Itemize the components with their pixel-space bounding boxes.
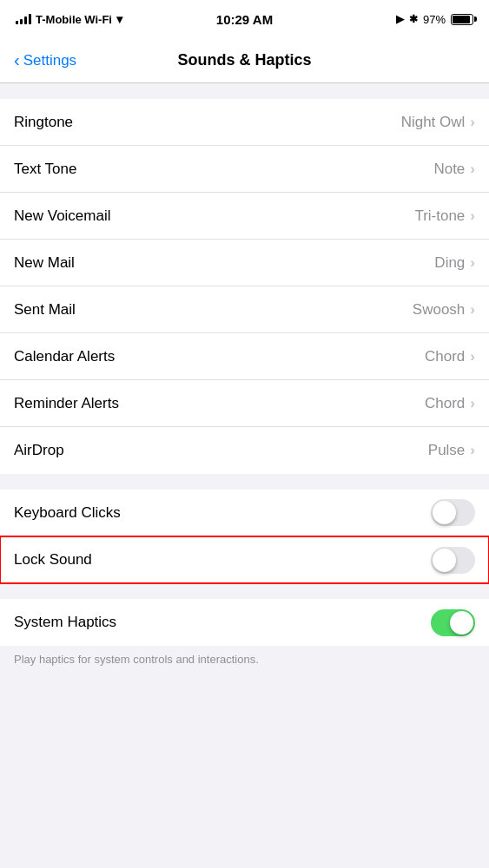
system-haptics-group: System Haptics [0, 599, 489, 646]
toggle-row-keyboard-clicks: Keyboard Clicks [0, 490, 489, 536]
keyboard-clicks-thumb [433, 501, 456, 524]
sound-row-value-wrapper: Swoosh › [413, 301, 475, 319]
chevron-right-icon: › [470, 254, 475, 272]
sound-row-sent-mail[interactable]: Sent Mail Swoosh › [0, 286, 489, 333]
lock-sound-thumb [433, 549, 456, 572]
sound-row-label: Text Tone [14, 161, 76, 178]
system-haptics-row: System Haptics [0, 599, 489, 646]
sound-row-airdrop[interactable]: AirDrop Pulse › [0, 427, 489, 474]
location-icon: ▶ [396, 13, 404, 25]
sound-row-value: Swoosh [413, 301, 465, 319]
sound-row-value-wrapper: Night Owl › [401, 114, 475, 131]
sound-row-value-wrapper: Chord › [425, 395, 475, 412]
sound-row-value: Note [433, 161, 465, 178]
section-separator-haptics [0, 583, 489, 599]
bluetooth-icon: ✱ [409, 13, 418, 25]
lock-sound-toggle[interactable] [431, 547, 475, 574]
section-separator-top [0, 83, 489, 99]
toggle-row-label: Keyboard Clicks [14, 504, 121, 522]
sound-row-label: Sent Mail [14, 301, 76, 319]
sound-row-value-wrapper: Note › [433, 161, 475, 178]
status-right: ▶ ✱ 97% [396, 13, 473, 26]
chevron-right-icon: › [470, 207, 475, 225]
sound-row-label: Reminder Alerts [14, 395, 119, 412]
sound-row-calendar-alerts[interactable]: Calendar Alerts Chord › [0, 333, 489, 380]
signal-icon [16, 14, 31, 24]
sound-settings-group: Ringtone Night Owl › Text Tone Note › Ne… [0, 99, 489, 474]
system-haptics-label: System Haptics [14, 614, 116, 631]
toggle-settings-group: Keyboard Clicks Lock Sound [0, 490, 489, 583]
sound-row-value: Chord [425, 348, 465, 365]
chevron-right-icon: › [470, 395, 475, 412]
back-button[interactable]: ‹ Settings [14, 51, 76, 70]
chevron-right-icon: › [470, 114, 475, 131]
sound-row-value-wrapper: Chord › [425, 348, 475, 365]
sound-row-label: New Mail [14, 254, 75, 272]
battery-icon [451, 14, 473, 25]
system-haptics-toggle[interactable] [431, 609, 475, 636]
sound-row-label: AirDrop [14, 442, 64, 459]
back-label: Settings [23, 52, 76, 69]
carrier-label: T-Mobile Wi-Fi [36, 13, 112, 26]
status-bar: T-Mobile Wi-Fi ▾ 10:29 AM ▶ ✱ 97% [0, 0, 489, 38]
system-haptics-thumb [450, 611, 473, 635]
sound-row-value: Chord [425, 395, 465, 412]
sound-row-label: Calendar Alerts [14, 348, 115, 365]
sound-row-value: Pulse [428, 442, 466, 459]
sound-row-value-wrapper: Pulse › [428, 442, 475, 459]
nav-bar: ‹ Settings Sounds & Haptics [0, 38, 489, 83]
back-chevron-icon: ‹ [14, 50, 20, 70]
sound-row-value: Tri-tone [414, 207, 465, 225]
sound-row-value: Night Owl [401, 114, 466, 131]
sound-row-new-mail[interactable]: New Mail Ding › [0, 240, 489, 286]
wifi-icon: ▾ [116, 12, 122, 26]
section-separator-toggles [0, 474, 489, 490]
chevron-right-icon: › [470, 301, 475, 319]
sound-row-label: Ringtone [14, 114, 73, 131]
sound-row-text-tone[interactable]: Text Tone Note › [0, 146, 489, 193]
keyboard-clicks-toggle[interactable] [431, 499, 475, 526]
sound-row-value-wrapper: Tri-tone › [414, 207, 475, 225]
page-title: Sounds & Haptics [177, 51, 311, 69]
system-haptics-footer: Play haptics for system controls and int… [0, 646, 489, 680]
sound-row-label: New Voicemail [14, 207, 111, 225]
sound-row-reminder-alerts[interactable]: Reminder Alerts Chord › [0, 380, 489, 427]
sound-row-value-wrapper: Ding › [434, 254, 475, 272]
sound-row-ringtone[interactable]: Ringtone Night Owl › [0, 99, 489, 146]
chevron-right-icon: › [470, 348, 475, 365]
sound-row-value: Ding [434, 254, 465, 272]
toggle-row-label: Lock Sound [14, 551, 92, 569]
toggle-row-lock-sound: Lock Sound [0, 536, 489, 583]
battery-percent: 97% [423, 13, 446, 26]
battery-fill [453, 16, 470, 23]
status-left: T-Mobile Wi-Fi ▾ [16, 12, 122, 26]
status-time: 10:29 AM [216, 12, 273, 27]
chevron-right-icon: › [470, 442, 475, 459]
sound-row-new-voicemail[interactable]: New Voicemail Tri-tone › [0, 193, 489, 240]
chevron-right-icon: › [470, 161, 475, 178]
